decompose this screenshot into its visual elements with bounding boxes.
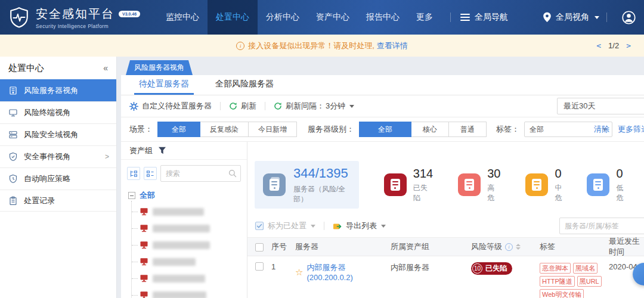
tree-search	[160, 165, 241, 182]
sidebar-item-security-event-view[interactable]: 安全事件视角 >	[0, 145, 116, 167]
main-content: 风险服务器视角 待处置服务器 全部风险服务器 自定义待处置服务器 刷新	[121, 57, 644, 298]
mark-as-handled-button[interactable]: 标为已处置	[255, 221, 315, 231]
monitor-icon	[8, 108, 18, 117]
select-all-checkbox[interactable]	[255, 243, 264, 252]
table-search-input[interactable]	[559, 218, 644, 234]
notice-next-button[interactable]: >	[626, 41, 631, 50]
tree-item-redacted[interactable]	[132, 287, 247, 298]
sidebar-item-risk-domain-view[interactable]: 风险安全域视角	[0, 123, 116, 145]
level-option-all[interactable]: 全部	[359, 122, 411, 137]
high-risk-server-icon	[458, 173, 481, 196]
tree-item-redacted[interactable]	[132, 203, 247, 220]
page-tab-risk-server-view[interactable]: 风险服务器视角	[126, 60, 193, 75]
tag[interactable]: 黑域名	[573, 263, 597, 274]
level-option-normal[interactable]: 普通	[448, 122, 487, 137]
filterbar: 场景： 全部 反复感染 今日新增 服务器级别： 全部 核心 普通 标签： 全部 …	[121, 117, 644, 142]
row-asset-group: 内部服务器	[391, 262, 471, 273]
tag[interactable]: 恶意脚本	[540, 263, 571, 274]
column-last-time: 最近发生时间	[609, 236, 644, 257]
info-icon[interactable]: i	[505, 243, 513, 251]
topbar-right: 全局导航 全局视角	[449, 0, 644, 35]
refresh-interval-dropdown[interactable]: 刷新间隔： 3分钟	[274, 101, 354, 111]
risk-label: 已失陷	[485, 263, 507, 274]
customize-pending-servers-button[interactable]: 自定义待处置服务器	[129, 101, 212, 111]
row-checkbox[interactable]	[255, 262, 264, 271]
risk-host-icon	[140, 274, 148, 283]
tag-filter-label: 标签：	[496, 124, 519, 135]
subtabs: 待处置服务器 全部风险服务器	[121, 75, 644, 95]
risk-host-icon	[140, 241, 148, 249]
tree-item-redacted[interactable]	[132, 270, 247, 287]
compromised-server-icon	[384, 173, 407, 196]
actions-toolbar: 自定义待处置服务器 刷新 刷新间隔： 3分钟	[121, 95, 644, 117]
stat-low-risk: 0 低危	[587, 167, 623, 203]
tab-pending-servers[interactable]: 待处置服务器	[134, 75, 194, 95]
asset-tree: 全部	[121, 187, 247, 298]
notice-message: 接入设备疑似出现异常！请及时处理,	[248, 41, 374, 51]
row-tags: 恶意脚本 黑域名 HTTP隧道 黑URL Web明文传输	[540, 262, 609, 298]
nav-more[interactable]: 更多	[408, 0, 441, 35]
stat-compromised: 314 已失陷	[384, 167, 433, 203]
level-option-core[interactable]: 核心	[411, 122, 449, 137]
user-icon	[622, 11, 636, 24]
refresh-button[interactable]: 刷新	[229, 101, 256, 111]
column-server: 服务器	[295, 241, 391, 252]
scene-option-repeat-infection[interactable]: 反复感染	[200, 122, 249, 137]
topbar-divider	[450, 13, 451, 22]
notice-detail-link[interactable]: 查看详情	[377, 41, 408, 51]
clipboard-icon	[8, 196, 18, 206]
nav-monitor-center[interactable]: 监控中心	[157, 0, 208, 35]
sidebar-item-risk-terminal-view[interactable]: 风险终端视角	[0, 101, 116, 123]
sidebar-item-auto-response-policy[interactable]: 自动响应策略	[0, 167, 116, 190]
tag[interactable]: Web明文传输	[540, 289, 584, 298]
scene-option-all[interactable]: 全部	[157, 122, 200, 137]
notice-prev-button[interactable]: <	[596, 41, 601, 50]
tree-root-node[interactable]: 全部	[128, 190, 247, 201]
user-account-button[interactable]	[622, 11, 636, 24]
topbar: 安全感知平台 V3.0.46 Security Intelligence Pla…	[0, 0, 644, 35]
sidebar-item-risk-server-view[interactable]: 风险服务器视角	[0, 79, 116, 101]
chevron-right-icon: >	[105, 153, 109, 161]
scene-filter-label: 场景：	[129, 124, 153, 135]
favorite-star-icon[interactable]: ☆	[295, 267, 303, 278]
date-range-select[interactable]: 最近30天	[557, 98, 644, 114]
tag[interactable]: HTTP隧道	[540, 276, 575, 287]
column-asset-group: 所属资产组	[391, 241, 471, 252]
product-subtitle: Security Intelligence Platform	[36, 23, 140, 29]
export-list-button[interactable]: 导出列表	[333, 221, 386, 231]
nav-asset-center[interactable]: 资产中心	[308, 0, 358, 35]
sort-toggle[interactable]	[516, 244, 521, 250]
scene-option-new-today[interactable]: 今日新增	[248, 122, 297, 137]
risk-host-icon	[140, 207, 148, 216]
server-link[interactable]: 内部服务器(200.200.0.2)	[306, 262, 391, 282]
servers-ratio-label: 服务器（风险/全部）	[293, 184, 348, 204]
tree-item-redacted[interactable]	[132, 237, 247, 253]
nav-analysis-center[interactable]: 分析中心	[258, 0, 308, 35]
shield-clock-icon	[8, 174, 18, 184]
sidebar-item-disposal-records[interactable]: 处置记录	[0, 190, 116, 212]
brand: 安全感知平台 V3.0.46 Security Intelligence Pla…	[0, 0, 157, 35]
nav-disposal-center[interactable]: 处置中心	[208, 0, 258, 35]
toolbar-divider	[220, 102, 221, 110]
more-filters-link[interactable]: 更多筛选	[618, 124, 644, 135]
tag[interactable]: 黑URL	[577, 276, 602, 287]
search-icon	[228, 169, 237, 178]
export-icon	[333, 222, 342, 230]
tab-all-risk-servers[interactable]: 全部风险服务器	[210, 75, 278, 95]
tree-collapse-all-button[interactable]	[144, 167, 157, 180]
sidebar-collapse-button[interactable]: «	[103, 63, 108, 73]
notice-bar: i 接入设备疑似出现异常！请及时处理, 查看详情 < 1/2 >	[0, 35, 644, 57]
tree-item-redacted[interactable]	[132, 220, 247, 237]
clear-filters-link[interactable]: 清除	[594, 124, 609, 135]
risk-host-icon	[140, 224, 148, 232]
nav-report-center[interactable]: 报告中心	[358, 0, 408, 35]
row-index: 1	[271, 262, 295, 271]
servers-ratio-value: 344/1395	[293, 166, 348, 181]
tree-expand-all-button[interactable]	[127, 167, 140, 180]
servers-summary-icon	[263, 173, 286, 196]
global-nav-button[interactable]: 全局导航	[460, 12, 508, 23]
filter-funnel-icon[interactable]	[158, 147, 166, 154]
view-scope-selector[interactable]: 全局视角	[543, 12, 599, 23]
tree-item-redacted[interactable]	[132, 253, 247, 270]
tree-collapse-toggle-icon[interactable]	[128, 192, 135, 199]
